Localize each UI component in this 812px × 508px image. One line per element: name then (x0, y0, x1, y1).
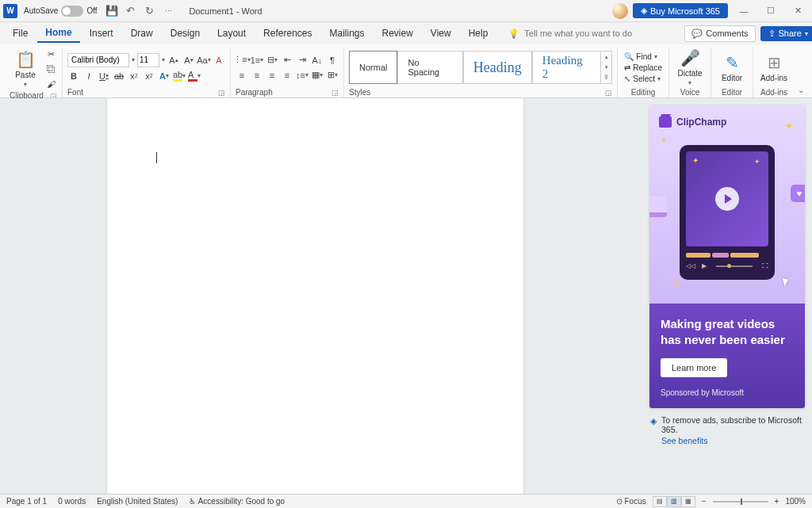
text-effects-button[interactable]: A▾ (158, 70, 170, 82)
share-button[interactable]: ⇪ Share ▾ (760, 26, 812, 41)
tab-view[interactable]: View (423, 25, 459, 42)
autosave-toggle[interactable]: AutoSave Off (24, 6, 98, 17)
copy-button[interactable]: ⿻ (44, 63, 57, 75)
read-mode-button[interactable]: ▤ (653, 496, 667, 507)
see-benefits-link[interactable]: See benefits (661, 436, 804, 445)
clear-formatting-button[interactable]: A (213, 54, 225, 67)
grow-font-button[interactable]: A▴ (167, 54, 180, 67)
undo-button[interactable]: ↶ (124, 5, 137, 17)
tab-design[interactable]: Design (163, 25, 208, 42)
format-painter-button[interactable]: 🖌 (44, 78, 57, 90)
tab-home[interactable]: Home (37, 24, 79, 43)
paste-button[interactable]: 📋 Paste ▾ (10, 50, 41, 88)
zoom-out-button[interactable]: − (702, 497, 707, 506)
increase-indent-button[interactable]: ⇥ (296, 54, 308, 67)
select-button[interactable]: ⤡Select▾ (622, 74, 664, 84)
font-color-button[interactable]: A▾ (188, 70, 201, 82)
tell-me-search[interactable]: 💡 (508, 29, 683, 39)
paste-label: Paste (15, 71, 36, 79)
collapse-ribbon-button[interactable]: ⌄ (795, 82, 807, 97)
style-normal[interactable]: Normal (349, 51, 397, 84)
language-indicator[interactable]: English (United States) (97, 497, 178, 506)
underline-button[interactable]: U▾ (98, 70, 110, 82)
zoom-in-button[interactable]: + (775, 497, 779, 506)
redo-button[interactable]: ↻ (144, 5, 156, 17)
user-avatar[interactable] (612, 3, 628, 19)
comments-button[interactable]: 💬 Comments (684, 25, 755, 42)
cursor-icon: ⤡ (624, 74, 630, 83)
cut-button[interactable]: ✂ (44, 48, 57, 60)
style-heading1[interactable]: Heading (463, 51, 532, 84)
minimize-button[interactable]: — (733, 2, 755, 21)
find-button[interactable]: 🔍Find▾ (622, 52, 664, 62)
borders-button[interactable]: ⊞▾ (326, 69, 339, 82)
save-button[interactable]: 💾 (105, 5, 118, 17)
decrease-indent-button[interactable]: ⇤ (281, 54, 293, 67)
word-count[interactable]: 0 words (58, 497, 86, 506)
styles-launcher[interactable]: ◲ (605, 89, 612, 97)
paragraph-launcher[interactable]: ◲ (331, 89, 339, 97)
styles-group-label: Styles (349, 88, 370, 97)
tab-layout[interactable]: Layout (209, 25, 254, 42)
zoom-slider[interactable] (713, 501, 768, 502)
align-left-icon: ≡ (239, 71, 244, 80)
chevron-down-icon[interactable]: ▾ (688, 79, 691, 86)
bullets-button[interactable]: ⋮≡▾ (236, 54, 248, 67)
editor-button[interactable]: ✎ Editor (716, 53, 748, 82)
qat-customize[interactable]: ⋯ (163, 5, 175, 17)
document-canvas[interactable] (0, 98, 642, 494)
tab-draw[interactable]: Draw (123, 25, 161, 42)
justify-button[interactable]: ≡ (281, 69, 293, 82)
close-button[interactable]: ✕ (787, 2, 809, 21)
tab-references[interactable]: References (255, 25, 320, 42)
addins-button[interactable]: ⊞ Add-ins (758, 53, 790, 82)
shrink-font-button[interactable]: A▾ (182, 54, 195, 67)
learn-more-button[interactable]: Learn more (661, 358, 727, 377)
tab-review[interactable]: Review (374, 25, 421, 42)
group-addins: ⊞ Add-ins Add-ins (753, 48, 795, 97)
font-name-input[interactable] (67, 53, 129, 67)
tab-mailings[interactable]: Mailings (321, 25, 372, 42)
sort-button[interactable]: A↓ (311, 54, 324, 67)
dictate-button[interactable]: 🎤 Dictate ▾ (674, 48, 706, 86)
web-layout-button[interactable]: ▦ (681, 496, 695, 507)
style-no-spacing[interactable]: No Spacing (397, 51, 462, 84)
font-size-chevron-icon[interactable]: ▾ (162, 56, 165, 63)
comment-icon: 💬 (691, 29, 703, 39)
subscript-button[interactable]: x2 (128, 70, 140, 82)
print-layout-button[interactable]: ▥ (667, 496, 681, 507)
focus-mode-button[interactable]: ⊙ Focus (616, 497, 646, 506)
strikethrough-button[interactable]: ab (113, 70, 125, 82)
toggle-switch-icon[interactable] (61, 6, 83, 17)
styles-gallery-more[interactable]: ▴▾⊽ (601, 51, 612, 84)
zoom-level[interactable]: 100% (785, 497, 806, 506)
shading-button[interactable]: ▦▾ (311, 69, 324, 82)
bold-button[interactable]: B (67, 70, 80, 82)
page[interactable] (107, 98, 523, 494)
maximize-button[interactable]: ☐ (760, 2, 782, 21)
show-marks-button[interactable]: ¶ (326, 54, 339, 67)
italic-button[interactable]: I (82, 70, 95, 82)
font-size-input[interactable] (137, 53, 159, 67)
page-indicator[interactable]: Page 1 of 1 (6, 497, 47, 506)
tab-file[interactable]: File (5, 25, 36, 42)
align-right-button[interactable]: ≡ (266, 69, 278, 82)
change-case-button[interactable]: Aa▾ (197, 54, 210, 67)
style-heading2[interactable]: Heading 2 (532, 51, 602, 84)
buy-microsoft-365-button[interactable]: ◈ Buy Microsoft 365 (633, 3, 728, 18)
tab-insert[interactable]: Insert (82, 25, 121, 42)
superscript-button[interactable]: x2 (143, 70, 155, 82)
line-spacing-button[interactable]: ↕≡▾ (296, 69, 308, 82)
replace-button[interactable]: ⇄Replace (622, 63, 664, 73)
highlight-button[interactable]: ab▾ (173, 70, 186, 82)
tab-help[interactable]: Help (461, 25, 496, 42)
chevron-down-icon[interactable]: ▾ (24, 81, 27, 88)
align-left-button[interactable]: ≡ (236, 69, 248, 82)
font-name-chevron-icon[interactable]: ▾ (132, 56, 135, 63)
align-center-button[interactable]: ≡ (251, 69, 263, 82)
font-launcher[interactable]: ◲ (218, 89, 225, 97)
tell-me-input[interactable] (524, 29, 683, 38)
accessibility-status[interactable]: ♿︎ Accessibility: Good to go (189, 497, 285, 506)
numbering-button[interactable]: 1≡▾ (251, 54, 263, 67)
multilevel-list-button[interactable]: ⊟▾ (266, 54, 278, 67)
